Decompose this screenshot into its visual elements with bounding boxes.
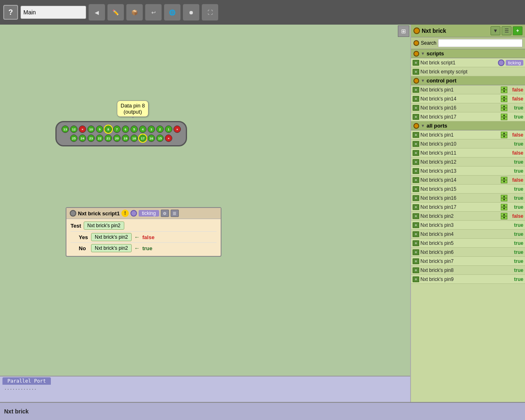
ap-pin14-value: false (509, 177, 523, 183)
script-row-empty[interactable]: ≡ Nxt brick empty script (411, 67, 525, 76)
globe-button[interactable]: 🌐 (164, 4, 180, 21)
script-settings-icon[interactable]: ⚙ (161, 210, 169, 217)
ap-pin2-up[interactable]: ▲ (501, 213, 507, 216)
ap-pin2-value: false (509, 213, 523, 219)
pin-24[interactable]: 24 (79, 135, 86, 142)
pin-5[interactable]: 5 (130, 126, 138, 133)
rp-status-circle (413, 27, 420, 34)
rp-search-circle (413, 40, 419, 46)
pin-x3[interactable]: × (165, 135, 172, 142)
ap-pin16-arrows[interactable]: ▲ ▼ (501, 195, 507, 201)
ap-pin1-dn[interactable]: ▼ (501, 135, 507, 138)
pin-23[interactable]: 23 (87, 135, 95, 142)
pin-16[interactable]: 16 (148, 135, 155, 142)
no-value[interactable]: Nxt brick's pin2 (91, 244, 132, 252)
bottom-bar: Nxt brick (0, 402, 525, 420)
ctrl-pin1-dn-btn[interactable]: ▼ (501, 90, 507, 93)
test-value[interactable]: Nxt brick's pin2 (84, 221, 124, 230)
ap-pin16-up[interactable]: ▲ (501, 195, 507, 198)
ctrl-pin17-arrows[interactable]: ▲ ▼ (501, 114, 507, 120)
rp-add-button[interactable]: + (513, 26, 523, 35)
control-row-pin14: ≡ Nxt brick's pin14 ▲ ▼ false (411, 94, 525, 103)
pin-18[interactable]: 18 (130, 135, 138, 142)
fullscreen-button[interactable]: ⛶ (202, 4, 218, 21)
test-row: Test Nxt brick's pin2 (71, 221, 217, 230)
ap-pin6-label: Nxt brick's pin6 (420, 249, 507, 255)
ctrl-pin17-dn-btn[interactable]: ▼ (501, 117, 507, 120)
pin-4[interactable]: 4 (139, 126, 146, 133)
pin-15[interactable]: 15 (156, 135, 164, 142)
pin-22[interactable]: 22 (96, 135, 103, 142)
ap-pin14-up[interactable]: ▲ (501, 177, 507, 180)
back-button[interactable]: ◀ (89, 4, 105, 21)
yes-value[interactable]: Nxt brick's pin2 (91, 233, 132, 241)
globe-icon: 🌐 (169, 9, 176, 16)
pin-19[interactable]: 19 (122, 135, 129, 142)
pin-25[interactable]: 25 (70, 135, 78, 142)
ap-pin17-arrows[interactable]: ▲ ▼ (501, 204, 507, 210)
pin-x2[interactable]: × (173, 126, 181, 133)
pin-6[interactable]: 6 (122, 126, 129, 133)
ap-pin6-icon: ≡ (413, 249, 419, 255)
tooltip-text: Data pin 8(output) (121, 103, 145, 115)
script1-label: Nxt brick script1 (420, 60, 497, 66)
ctrl-pin17-up-btn[interactable]: ▲ (501, 114, 507, 117)
ap-pin17-up[interactable]: ▲ (501, 204, 507, 207)
undo-button[interactable]: ↩ (145, 4, 162, 21)
ctrl-pin1-icon: ≡ (413, 87, 419, 93)
ap-pin2-arrows[interactable]: ▲ ▼ (501, 213, 507, 219)
pin-17[interactable]: 17 (139, 135, 146, 142)
pin-8[interactable]: 8 (105, 126, 112, 133)
ap-pin14-dn[interactable]: ▼ (501, 180, 507, 183)
script-menu-icon[interactable]: ☰ (171, 210, 179, 217)
title-input[interactable] (21, 6, 86, 19)
ctrl-pin16-arrows[interactable]: ▲ ▼ (501, 105, 507, 111)
canvas: 13 12 × 10 9 8 7 6 5 4 3 2 1 × 25 24 23 … (0, 25, 410, 402)
pin-2[interactable]: 2 (156, 126, 164, 133)
pin-1[interactable]: 1 (165, 126, 172, 133)
section-scripts-header[interactable]: ▼ scripts (411, 49, 525, 58)
parallel-port-tab[interactable]: Parallel Port (2, 377, 51, 385)
ap-pin14-arrows[interactable]: ▲ ▼ (501, 177, 507, 183)
pin-10[interactable]: 10 (87, 126, 95, 133)
ap-pin1-arrows[interactable]: ▲ ▼ (501, 132, 507, 138)
ctrl-pin16-up-btn[interactable]: ▲ (501, 105, 507, 108)
pin-x1[interactable]: × (79, 126, 86, 133)
pin-7[interactable]: 7 (113, 126, 121, 133)
search-input[interactable] (438, 39, 523, 47)
ctrl-pin1-arrows[interactable]: ▲ ▼ (501, 87, 507, 93)
ap-pin2-dn[interactable]: ▼ (501, 216, 507, 219)
edit-button[interactable]: ✏️ (107, 4, 124, 21)
pin-13[interactable]: 13 (62, 126, 69, 133)
ctrl-pin14-up-btn[interactable]: ▲ (501, 96, 507, 99)
rp-dropdown-button[interactable]: ▼ (491, 26, 500, 35)
script-row-script1[interactable]: ≡ Nxt brick script1 ticking (411, 58, 525, 67)
pin-20[interactable]: 20 (113, 135, 121, 142)
ctrl-pin16-dn-btn[interactable]: ▼ (501, 108, 507, 111)
section-allports-header[interactable]: ▼ all ports (411, 121, 525, 130)
ap-row-pin14: ≡ Nxt brick's pin14 ▲ ▼ false (411, 176, 525, 185)
ticking-dot (130, 210, 137, 217)
pin-3[interactable]: 3 (148, 126, 155, 133)
rp-list-button[interactable]: ☰ (502, 26, 511, 35)
ap-pin7-icon: ≡ (413, 258, 419, 264)
section-control-header[interactable]: ▼ control port (411, 76, 525, 85)
ap-pin17-dn[interactable]: ▼ (501, 207, 507, 210)
ctrl-pin14-arrows[interactable]: ▲ ▼ (501, 96, 507, 102)
record-button[interactable]: ⏺ (183, 4, 199, 21)
ctrl-pin14-dn-btn[interactable]: ▼ (501, 99, 507, 102)
grid-toggle-button[interactable]: ⊞ (398, 25, 409, 37)
edit-icon: ✏️ (112, 9, 119, 16)
section-scripts-label: scripts (427, 50, 444, 57)
ap-pin13-icon: ≡ (413, 168, 419, 174)
box-button[interactable]: 📦 (126, 4, 143, 21)
ap-pin17-label: Nxt brick's pin17 (420, 204, 500, 210)
pin-9[interactable]: 9 (96, 126, 103, 133)
pin-21[interactable]: 21 (105, 135, 112, 142)
ap-row-pin10: ≡ Nxt brick's pin10 true (411, 139, 525, 148)
ap-pin16-dn[interactable]: ▼ (501, 198, 507, 201)
help-button[interactable]: ? (3, 5, 18, 20)
ctrl-pin1-up-btn[interactable]: ▲ (501, 87, 507, 90)
pin-12[interactable]: 12 (70, 126, 78, 133)
ap-pin1-up[interactable]: ▲ (501, 132, 507, 135)
